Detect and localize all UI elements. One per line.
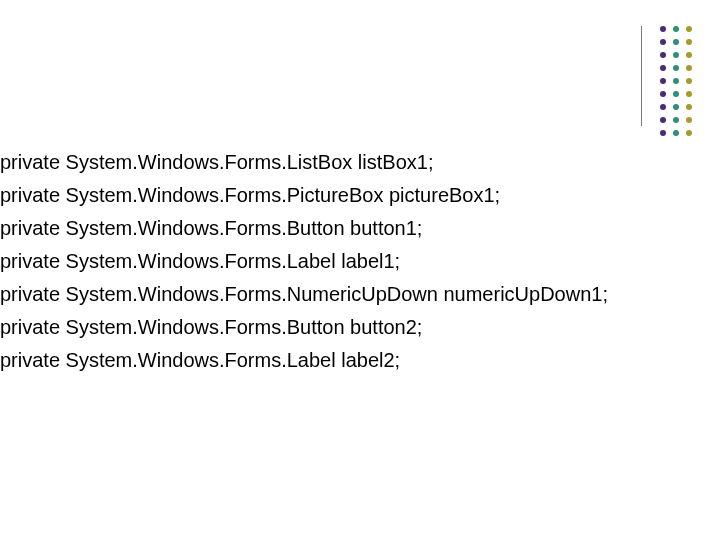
- code-block: private System.Windows.Forms.ListBox lis…: [0, 148, 608, 379]
- code-line: private System.Windows.Forms.Label label…: [0, 346, 608, 375]
- code-line: private System.Windows.Forms.NumericUpDo…: [0, 280, 608, 309]
- divider-line: [641, 26, 642, 126]
- corner-decoration: [641, 26, 692, 136]
- code-line: private System.Windows.Forms.ListBox lis…: [0, 148, 608, 177]
- code-line: private System.Windows.Forms.Label label…: [0, 247, 608, 276]
- code-line: private System.Windows.Forms.Button butt…: [0, 214, 608, 243]
- code-line: private System.Windows.Forms.Button butt…: [0, 313, 608, 342]
- dot-grid-icon: [660, 26, 692, 136]
- code-line: private System.Windows.Forms.PictureBox …: [0, 181, 608, 210]
